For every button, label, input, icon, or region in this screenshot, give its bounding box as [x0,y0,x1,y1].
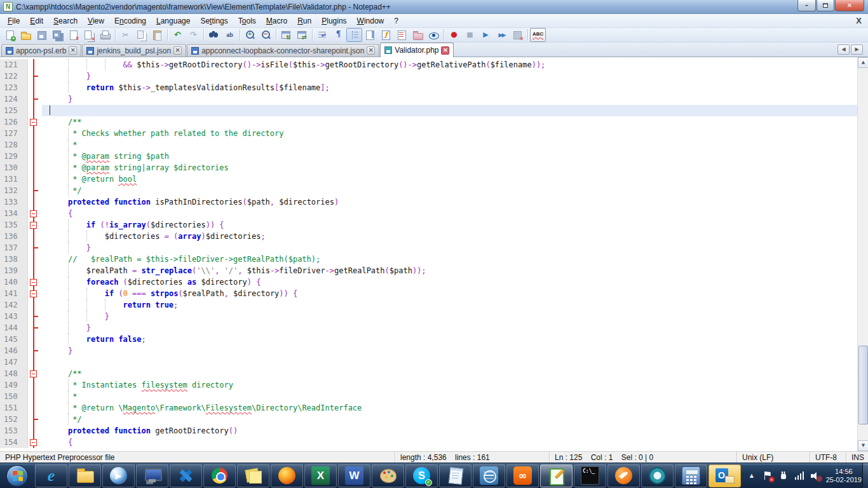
calculator-taskbar-button[interactable] [675,464,707,487]
line-number[interactable]: 122 [0,71,28,82]
action-center-icon[interactable]: ✕ [763,471,773,481]
code-text[interactable]: */ [42,185,857,196]
close-file-button[interactable] [65,28,81,42]
code-text[interactable]: } [42,71,857,82]
fold-margin[interactable] [28,185,42,196]
fold-margin[interactable] [28,59,42,71]
line-number[interactable]: 147 [0,356,28,368]
web-browser-taskbar-button[interactable] [473,464,505,487]
menu-item-tools[interactable]: Tools [233,15,261,27]
fold-collapse-icon[interactable] [30,222,37,229]
code-text[interactable]: } [42,93,857,105]
code-text[interactable]: // $realPath = $this->fileDriver->getRea… [42,254,857,265]
fold-margin[interactable] [28,334,42,345]
code-text[interactable]: if (0 === strpos($realPath, $directory))… [42,288,857,299]
line-number[interactable]: 140 [0,276,28,288]
line-number[interactable]: 133 [0,196,28,208]
document-close-x[interactable]: X [856,16,862,25]
line-number[interactable]: 153 [0,425,28,437]
code-text[interactable]: * @return bool [42,173,857,185]
fold-margin[interactable] [28,368,42,379]
power-plug-icon[interactable] [778,471,789,481]
sync-horizontal-button[interactable]: ⇄ [294,28,310,42]
windows-explorer-taskbar-button[interactable] [69,464,101,487]
volume-muted-icon[interactable] [810,471,820,481]
line-number[interactable]: 131 [0,173,28,185]
menu-item-language[interactable]: Language [151,15,195,27]
fold-margin[interactable] [28,82,42,93]
fold-margin[interactable] [28,425,42,437]
code-text[interactable]: * Instantiates filesystem directory [42,379,857,391]
function-list-button[interactable]: ƒ [378,28,394,42]
line-number[interactable]: 136 [0,231,28,242]
line-number[interactable]: 151 [0,402,28,414]
fold-margin[interactable] [28,356,42,368]
line-number[interactable]: 150 [0,391,28,402]
fold-collapse-icon[interactable] [30,119,37,126]
line-number[interactable]: 138 [0,254,28,265]
fold-margin[interactable] [28,254,42,265]
code-text[interactable]: /** [42,116,857,128]
fold-margin[interactable] [28,311,42,322]
menu-item-window[interactable]: Window [352,15,390,27]
tab-close-icon[interactable]: ✕ [441,46,449,55]
sync-vertical-button[interactable]: ⇅ [278,28,294,42]
fold-margin[interactable] [28,414,42,425]
show-desktop-button[interactable] [862,463,868,488]
fold-margin[interactable] [28,265,42,276]
new-file-button[interactable] [2,28,18,42]
minimize-button[interactable]: – [797,0,816,11]
fold-margin[interactable] [28,379,42,391]
network-icon[interactable] [794,471,804,481]
fold-margin[interactable] [28,231,42,242]
editor-text-area[interactable]: 121 && $this->getRootDirectory()->isFile… [0,57,857,451]
tab-close-icon[interactable]: ✕ [173,46,182,55]
menu-item-encoding[interactable]: Encoding [109,15,151,27]
code-text[interactable]: * @return \Magento\Framework\Filesystem\… [42,402,857,414]
cut-button[interactable]: ✂ [118,28,133,42]
fold-collapse-icon[interactable] [30,439,37,446]
paint-taskbar-button[interactable] [372,464,404,487]
tab-scroll-right-button[interactable]: ▶ [851,44,863,55]
zoom-out-button[interactable]: − [258,28,274,42]
fold-margin[interactable] [28,162,42,173]
macro-save-button[interactable] [510,28,526,42]
code-text[interactable]: return true; [42,299,857,311]
line-number[interactable]: 142 [0,299,28,311]
line-number[interactable]: 135 [0,219,28,231]
command-prompt-taskbar-button[interactable]: C:\_ [574,464,606,487]
tab-jenkins-build-psl-json[interactable]: jenkins_build_psl.json✕ [82,44,186,57]
code-text[interactable]: $realPath = str_replace('\\', '/', $this… [42,265,857,276]
fold-margin[interactable] [28,299,42,311]
firefox-taskbar-button[interactable] [271,464,303,487]
line-number[interactable]: 154 [0,437,28,448]
line-number[interactable]: 143 [0,311,28,322]
fold-margin[interactable] [28,173,42,185]
fold-collapse-icon[interactable] [30,290,37,297]
tab-appcon-psl-erb[interactable]: appcon-psl.erb✕ [1,44,81,57]
fold-margin[interactable] [28,242,42,254]
close-all-button[interactable] [81,28,97,42]
code-text[interactable]: protected function isPathInDirectories($… [42,196,857,208]
fold-margin[interactable] [28,93,42,105]
tab-scroll-left-button[interactable]: ◀ [837,44,850,55]
open-file-button[interactable] [18,28,34,42]
line-number[interactable]: 126 [0,116,28,128]
fold-margin[interactable] [28,345,42,356]
screen-tool-taskbar-button[interactable] [607,464,640,487]
undo-button[interactable]: ↶ [170,28,186,42]
fold-margin[interactable] [28,437,42,448]
restore-button[interactable] [817,0,834,11]
line-number[interactable]: 121 [0,59,28,71]
code-text[interactable]: * [42,391,857,402]
monitoring-button[interactable] [426,28,442,42]
line-number[interactable]: 144 [0,322,28,334]
tab-validator-php[interactable]: Validator.php✕ [380,43,454,57]
notepad-plus-plus-taskbar-button[interactable] [540,464,573,487]
line-number[interactable]: 146 [0,345,28,356]
code-text[interactable]: } [42,345,857,356]
line-number[interactable]: 123 [0,82,28,93]
show-all-characters-button[interactable]: ¶ [330,28,346,42]
code-text[interactable]: */ [42,414,857,425]
line-number[interactable]: 132 [0,185,28,196]
